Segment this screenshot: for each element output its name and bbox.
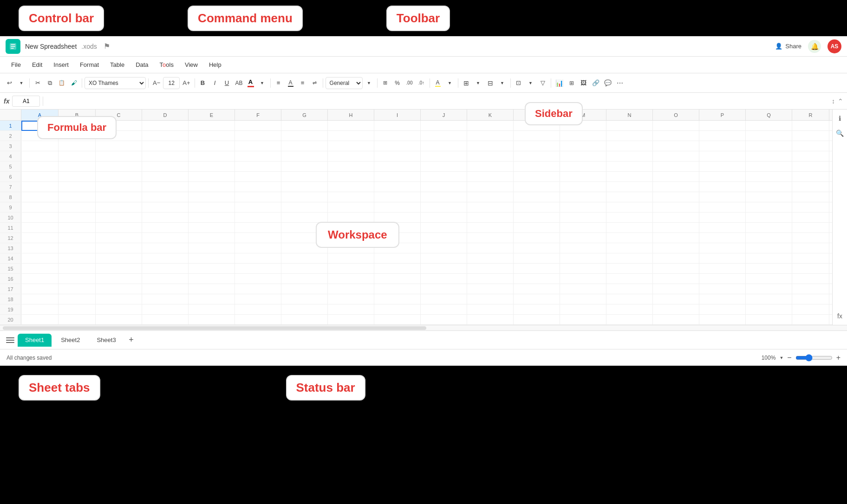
- cell-J14[interactable]: [421, 253, 467, 264]
- cell-B19[interactable]: [59, 304, 96, 315]
- cell-O7[interactable]: [653, 182, 699, 192]
- cell-P2[interactable]: [699, 131, 746, 141]
- comment-btn[interactable]: 💬: [602, 77, 613, 90]
- cell-F7[interactable]: [235, 182, 281, 192]
- cell-K4[interactable]: [467, 151, 514, 162]
- cell-M3[interactable]: [560, 141, 606, 151]
- avatar[interactable]: AS: [827, 39, 841, 53]
- cell-M19[interactable]: [560, 304, 606, 315]
- cell-E7[interactable]: [189, 182, 235, 192]
- cell-A12[interactable]: [21, 233, 59, 243]
- cell-M20[interactable]: [560, 315, 606, 325]
- col-header-R[interactable]: R: [792, 110, 829, 120]
- cell-O1[interactable]: [653, 121, 699, 131]
- cell-K11[interactable]: [467, 223, 514, 233]
- cell-D7[interactable]: [142, 182, 189, 192]
- cell-N2[interactable]: [606, 131, 653, 141]
- cell-L12[interactable]: [514, 233, 560, 243]
- cell-L20[interactable]: [514, 315, 560, 325]
- cell-M2[interactable]: [560, 131, 606, 141]
- cell-F15[interactable]: [235, 264, 281, 274]
- cell-I16[interactable]: [374, 274, 421, 284]
- cell-F1[interactable]: [235, 121, 281, 131]
- sidebar-fx-button[interactable]: fx: [834, 310, 846, 322]
- zoom-plus-button[interactable]: +: [836, 354, 840, 362]
- cell-F20[interactable]: [235, 315, 281, 325]
- cell-E1[interactable]: [189, 121, 235, 131]
- cell-I4[interactable]: [374, 151, 421, 162]
- cell-J8[interactable]: [421, 192, 467, 202]
- cell-H6[interactable]: [328, 172, 374, 182]
- cell-G19[interactable]: [281, 304, 328, 315]
- row-number-9[interactable]: 9: [0, 202, 21, 212]
- cell-C15[interactable]: [96, 264, 142, 274]
- cell-D19[interactable]: [142, 304, 189, 315]
- row-number-19[interactable]: 19: [0, 304, 21, 314]
- row-number-1[interactable]: 1: [0, 121, 21, 130]
- cell-M8[interactable]: [560, 192, 606, 202]
- cell-O10[interactable]: [653, 213, 699, 223]
- cell-I18[interactable]: [374, 294, 421, 304]
- cell-M13[interactable]: [560, 243, 606, 253]
- merge-btn[interactable]: ⊟: [485, 77, 496, 90]
- col-header-I[interactable]: I: [374, 110, 421, 120]
- row-number-20[interactable]: 20: [0, 315, 21, 324]
- cell-L16[interactable]: [514, 274, 560, 284]
- cell-I7[interactable]: [374, 182, 421, 192]
- cell-I20[interactable]: [374, 315, 421, 325]
- cell-F2[interactable]: [235, 131, 281, 141]
- cell-O9[interactable]: [653, 202, 699, 213]
- cell-R16[interactable]: [792, 274, 829, 284]
- cell-Q12[interactable]: [746, 233, 792, 243]
- cell-G7[interactable]: [281, 182, 328, 192]
- wrap-button[interactable]: ⇌: [309, 77, 320, 90]
- cell-L6[interactable]: [514, 172, 560, 182]
- cell-A15[interactable]: [21, 264, 59, 274]
- col-header-D[interactable]: D: [142, 110, 189, 120]
- cell-F8[interactable]: [235, 192, 281, 202]
- format-dropdown[interactable]: ▼: [364, 77, 375, 90]
- cell-K17[interactable]: [467, 284, 514, 294]
- row-number-11[interactable]: 11: [0, 223, 21, 233]
- cell-N17[interactable]: [606, 284, 653, 294]
- cell-M11[interactable]: [560, 223, 606, 233]
- cell-K3[interactable]: [467, 141, 514, 151]
- cell-C4[interactable]: [96, 151, 142, 162]
- cell-R2[interactable]: [792, 131, 829, 141]
- row-number-8[interactable]: 8: [0, 192, 21, 202]
- row-number-12[interactable]: 12: [0, 233, 21, 243]
- cell-J3[interactable]: [421, 141, 467, 151]
- cell-B13[interactable]: [59, 243, 96, 253]
- cell-H19[interactable]: [328, 304, 374, 315]
- cell-J1[interactable]: [421, 121, 467, 131]
- align-left-button[interactable]: ≡: [273, 77, 284, 90]
- cell-O18[interactable]: [653, 294, 699, 304]
- cell-R14[interactable]: [792, 253, 829, 264]
- cell-G8[interactable]: [281, 192, 328, 202]
- col-header-N[interactable]: N: [606, 110, 653, 120]
- cell-N13[interactable]: [606, 243, 653, 253]
- font-size-input[interactable]: [163, 77, 180, 89]
- cell-B14[interactable]: [59, 253, 96, 264]
- cell-Q4[interactable]: [746, 151, 792, 162]
- expand-formula-icon[interactable]: ↕: [832, 97, 835, 105]
- zoom-slider[interactable]: [795, 354, 833, 362]
- cell-Q6[interactable]: [746, 172, 792, 182]
- cell-P20[interactable]: [699, 315, 746, 325]
- cell-R3[interactable]: [792, 141, 829, 151]
- conditional-format-btn[interactable]: ⊞: [380, 77, 391, 90]
- cell-Q19[interactable]: [746, 304, 792, 315]
- cell-J10[interactable]: [421, 213, 467, 223]
- filter-btn[interactable]: ▽: [537, 77, 548, 90]
- cell-F18[interactable]: [235, 294, 281, 304]
- cell-J16[interactable]: [421, 274, 467, 284]
- cell-L10[interactable]: [514, 213, 560, 223]
- cell-G17[interactable]: [281, 284, 328, 294]
- cell-N15[interactable]: [606, 264, 653, 274]
- cell-G16[interactable]: [281, 274, 328, 284]
- menu-help[interactable]: Help: [204, 59, 226, 70]
- cell-E19[interactable]: [189, 304, 235, 315]
- cell-E12[interactable]: [189, 233, 235, 243]
- cell-R10[interactable]: [792, 213, 829, 223]
- cell-J11[interactable]: [421, 223, 467, 233]
